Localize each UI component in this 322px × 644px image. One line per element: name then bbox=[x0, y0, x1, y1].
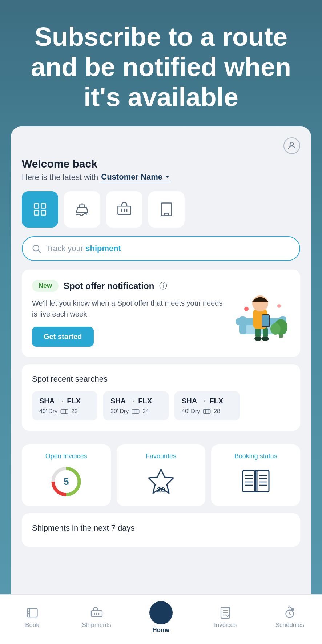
route-detail-1: 40′ Dry 22 bbox=[39, 408, 90, 415]
container-icon-2 bbox=[132, 408, 140, 414]
booking-status-title: Booking status bbox=[234, 452, 277, 460]
route-arrow-1: → bbox=[57, 397, 64, 405]
nav-basket-button[interactable] bbox=[106, 191, 142, 228]
route-line-3: SHA → FLX bbox=[182, 397, 233, 405]
favourites-card[interactable]: Favourites 20 bbox=[117, 444, 206, 506]
booking-status-card[interactable]: Booking status bbox=[211, 444, 300, 506]
shipments-card: Shipments in the next 7 days bbox=[22, 513, 300, 547]
info-icon[interactable]: ⓘ bbox=[159, 281, 167, 291]
nav-item-book[interactable]: Book bbox=[14, 606, 51, 629]
profile-icon-wrapper bbox=[22, 137, 300, 154]
route-count-1: 22 bbox=[71, 408, 78, 415]
spot-illustration bbox=[232, 280, 290, 347]
route-to-2: FLX bbox=[138, 397, 152, 405]
favourites-title: Favourites bbox=[146, 452, 176, 460]
route-to-3: FLX bbox=[209, 397, 223, 405]
svg-point-0 bbox=[290, 142, 293, 146]
spot-offer-title: Spot offer notification bbox=[64, 281, 154, 291]
svg-rect-10 bbox=[161, 203, 172, 216]
profile-button[interactable] bbox=[283, 137, 300, 154]
open-invoices-title: Open Invoices bbox=[45, 452, 87, 460]
search-icon bbox=[31, 243, 41, 254]
shipments-nav-label: Shipments bbox=[82, 621, 111, 629]
route-arrow-3: → bbox=[200, 397, 206, 405]
route-detail-2: 20′ Dry 24 bbox=[110, 408, 161, 415]
svg-point-29 bbox=[254, 337, 262, 341]
search-placeholder: Track your shipment bbox=[46, 244, 121, 253]
nav-item-home[interactable]: Home bbox=[143, 601, 179, 634]
svg-point-30 bbox=[262, 337, 269, 341]
route-line-2: SHA → FLX bbox=[110, 397, 161, 405]
route-chip-1[interactable]: SHA → FLX 40′ Dry 22 bbox=[32, 391, 97, 420]
nav-item-schedules[interactable]: Schedules bbox=[271, 606, 308, 629]
route-chip-3[interactable]: SHA → FLX 40′ Dry 28 bbox=[174, 391, 240, 420]
search-bar[interactable]: Track your shipment bbox=[22, 236, 300, 261]
book-nav-icon bbox=[26, 606, 39, 619]
svg-rect-34 bbox=[262, 315, 269, 326]
svg-rect-58 bbox=[257, 471, 269, 492]
donut-chart: 5 bbox=[50, 465, 82, 498]
invoices-number: 5 bbox=[64, 476, 69, 487]
route-count-2: 24 bbox=[142, 408, 149, 415]
svg-point-38 bbox=[244, 307, 249, 311]
bottom-spacer bbox=[22, 547, 300, 590]
svg-rect-46 bbox=[203, 410, 210, 414]
svg-rect-74 bbox=[157, 613, 165, 617]
home-btn-bg bbox=[149, 601, 173, 624]
svg-rect-2 bbox=[41, 204, 46, 208]
svg-rect-40 bbox=[61, 410, 68, 414]
welcome-sub-text: Here is the latest with bbox=[22, 173, 98, 182]
welcome-greeting: Welcome back bbox=[22, 158, 300, 170]
svg-rect-66 bbox=[27, 608, 37, 617]
spot-offer-card: New Spot offer notification ⓘ We'll let … bbox=[22, 270, 300, 357]
welcome-subtitle: Here is the latest with Customer Name bbox=[22, 172, 300, 182]
schedules-nav-icon bbox=[283, 606, 296, 619]
open-invoices-card[interactable]: Open Invoices 5 bbox=[22, 444, 111, 506]
spot-badge-row: New Spot offer notification ⓘ bbox=[32, 280, 226, 292]
svg-rect-4 bbox=[41, 211, 46, 215]
svg-point-37 bbox=[270, 323, 281, 335]
nav-item-invoices[interactable]: Invoices bbox=[207, 606, 243, 629]
favourites-visual: 20 bbox=[145, 465, 177, 498]
get-started-button[interactable]: Get started bbox=[32, 327, 94, 347]
svg-rect-20 bbox=[165, 213, 169, 216]
route-detail-3: 40′ Dry 28 bbox=[182, 408, 233, 415]
route-line-1: SHA → FLX bbox=[39, 397, 90, 405]
hero-section: Subscribe to a route and be notified whe… bbox=[0, 0, 322, 126]
svg-rect-53 bbox=[243, 471, 255, 492]
container-icon-1 bbox=[60, 408, 68, 414]
route-from-2: SHA bbox=[110, 397, 126, 405]
route-size-3: 40′ Dry bbox=[182, 408, 200, 415]
route-arrow-2: → bbox=[129, 397, 135, 405]
customer-name-dropdown[interactable]: Customer Name bbox=[101, 172, 170, 182]
home-nav-icon bbox=[155, 607, 167, 619]
route-count-3: 28 bbox=[214, 408, 220, 415]
route-chip-2[interactable]: SHA → FLX 20′ Dry 24 bbox=[103, 391, 169, 420]
main-card: Welcome back Here is the latest with Cus… bbox=[11, 126, 311, 635]
route-from-1: SHA bbox=[39, 397, 55, 405]
route-chips-row: SHA → FLX 40′ Dry 22 SHA bbox=[32, 391, 290, 420]
svg-line-22 bbox=[38, 251, 40, 253]
invoices-nav-icon bbox=[219, 606, 232, 619]
route-to-1: FLX bbox=[67, 397, 81, 405]
nav-grid-button[interactable] bbox=[22, 191, 58, 228]
nav-building-button[interactable] bbox=[148, 191, 185, 228]
svg-point-80 bbox=[291, 608, 294, 611]
svg-point-39 bbox=[277, 304, 281, 308]
book-svg bbox=[241, 469, 270, 494]
recent-searches-title: Spot recent searches bbox=[32, 374, 290, 384]
favourites-number: 20 bbox=[157, 486, 165, 494]
route-from-3: SHA bbox=[182, 397, 197, 405]
recent-searches-card: Spot recent searches SHA → FLX 40′ Dry 2… bbox=[22, 364, 300, 431]
bottom-cards-row: Open Invoices 5 Favourites 2 bbox=[22, 444, 300, 506]
nav-ship-button[interactable] bbox=[64, 191, 100, 228]
welcome-section: Welcome back Here is the latest with Cus… bbox=[22, 158, 300, 182]
nav-item-shipments[interactable]: Shipments bbox=[79, 606, 115, 629]
route-size-1: 40′ Dry bbox=[39, 408, 57, 415]
shipments-nav-icon bbox=[90, 606, 103, 619]
container-icon-3 bbox=[203, 408, 211, 414]
bottom-navigation: Book Shipments Home bbox=[0, 594, 322, 644]
book-nav-label: Book bbox=[25, 621, 39, 629]
invoices-nav-label: Invoices bbox=[214, 621, 237, 629]
schedules-nav-label: Schedules bbox=[275, 621, 304, 629]
